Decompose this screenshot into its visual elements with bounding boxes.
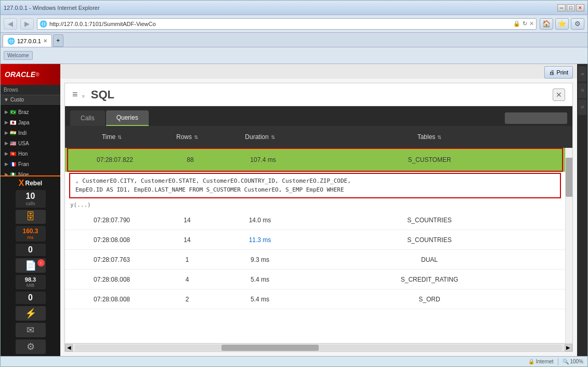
column-duration[interactable]: Duration ⇅ [221,133,299,141]
tab-calls[interactable]: Calls [70,110,105,126]
sql-search-input[interactable] [505,112,567,124]
xrebel-gear-icon-btn[interactable]: ⚙ [16,339,46,354]
expand-icon: ▶ [5,151,8,156]
table-row[interactable]: 07:28:08.008 2 5.4 ms S_ORD [65,289,565,309]
side-btn-d[interactable]: D [578,83,586,98]
cell-duration-2: 11.3 ms [221,236,299,244]
tree-item-brazil[interactable]: ▶ 🇧🇷 Braz [3,107,58,117]
cell-duration-0: 107.4 ms [224,156,302,163]
oracle-logo: ORACLE® [1,64,60,85]
column-tables[interactable]: Tables ⇅ [299,133,560,141]
column-time[interactable]: Time ⇅ [70,133,153,141]
cell-time-4: 07:28:08.008 [70,276,153,283]
refresh-icon[interactable]: ↻ [522,20,527,27]
table-container: 07:28:07.822 88 107.4 ms S_CUSTOMER , Cu… [65,148,572,343]
gear-icon: ⚙ [27,341,35,352]
tree-item-hongkong[interactable]: ▶ 🇭🇰 Hon [3,148,58,159]
xrebel-file-icon-btn[interactable]: 📄 ! [16,258,46,273]
customer-section: ▼ Custo [1,95,60,105]
tree-item-usa[interactable]: ▶ 🇺🇸 USA [3,138,58,148]
sql-close-button[interactable]: ✕ [553,88,565,101]
table-row[interactable]: 07:28:08.008 14 11.3 ms S_COUNTRIES [65,230,565,250]
side-btn-s[interactable]: S [578,66,586,82]
home-button[interactable]: 🏠 [540,18,553,30]
tab-queries[interactable]: Queries [106,110,149,126]
xrebel-text: Rebel [25,180,42,187]
highlighted-row[interactable]: 07:28:07.822 88 107.4 ms S_CUSTOMER [68,149,562,171]
maximize-button[interactable]: □ [567,4,575,11]
xrebel-mail-icon-btn[interactable]: ✉ [16,323,46,337]
sort-arrows-duration: ⇅ [271,134,275,140]
cell-tables-4: S_CREDIT_RATING [299,276,560,283]
right-side-panel: S D G [577,64,587,356]
sql-icon-lines: ≡ [82,94,85,99]
sort-arrows-time: ⇅ [117,134,122,140]
tree-item-india[interactable]: ▶ 🇮🇳 Indi [3,128,58,138]
cell-rows-2: 14 [153,236,221,244]
new-tab-button[interactable]: + [53,34,63,47]
lightning-icon: ⚡ [25,308,36,319]
forward-button[interactable]: ▶ [20,18,34,30]
table-row[interactable]: 07:28:07.790 14 14.0 ms S_COUNTRIES [65,210,565,230]
status-bar: 🔒 Internet 🔍 100% [1,356,587,366]
address-input[interactable]: 🌐 http://127.0.0.1:7101/SummitADF-ViewCo… [37,18,537,30]
browser-toolbar: Welcome [1,47,587,64]
minimize-button[interactable]: ─ [557,4,566,11]
cell-rows-5: 2 [153,296,221,303]
cell-rows-0: 88 [156,156,224,163]
table-row[interactable]: 07:28:07.763 1 9.3 ms DUAL [65,250,565,270]
scroll-right-button[interactable]: ▶ [565,344,572,351]
flag-japan: 🇯🇵 [10,120,16,125]
column-rows[interactable]: Rows ⇅ [153,133,221,141]
cell-time-3: 07:28:07.763 [70,256,153,263]
sort-arrows-tables: ⇅ [437,134,441,140]
xrebel-lightning-icon-btn[interactable]: ⚡ [16,306,46,321]
scrollbar-track[interactable] [75,345,562,351]
horizontal-scrollbar[interactable]: ◀ ▶ [65,343,572,351]
expand-icon: ▶ [5,141,8,146]
sql-header: ≡ ≡ SQL ✕ [65,83,572,106]
flag-usa: 🇺🇸 [10,141,16,146]
cell-tables-3: DUAL [299,256,560,263]
sql-panel: ≡ ≡ SQL ✕ Calls Queries [64,83,573,352]
xrebel-memory-metric: 98.3 MiB [16,275,46,289]
cell-tables-0: S_CUSTOMER [302,156,557,163]
sql-collapsed[interactable]: y(...) [65,199,565,210]
sql-table-header: Time ⇅ Rows ⇅ Duration ⇅ Tables ⇅ [65,126,572,148]
welcome-tab[interactable]: Welcome [4,51,33,60]
window-close-button[interactable]: ✕ [576,4,584,11]
cell-time-2: 07:28:08.008 [70,236,153,244]
tab-close-button[interactable]: ✕ [43,38,47,44]
main-content: 🖨 Print ≡ ≡ SQL ✕ Calls [60,64,577,356]
scroll-left-button[interactable]: ◀ [65,344,73,351]
browser-tab[interactable]: 🌐 127.0.0.1 ✕ [3,34,52,47]
sql-icon: ≡ [72,89,78,100]
horizontal-scrollbar-thumb[interactable] [221,345,319,351]
print-icon: 🖨 [549,69,555,75]
xrebel-panel: X Rebel 10 calls 🗄 160.3 ms 0 [1,175,60,356]
cell-time-5: 07:28:08.008 [70,296,153,303]
vertical-scrollbar[interactable] [565,148,572,343]
tree-item-nigeria[interactable]: ▶ 🇳🇬 Nige [3,169,58,175]
back-button[interactable]: ◀ [4,18,17,30]
tree-item-japan[interactable]: ▶ 🇯🇵 Japa [3,117,58,128]
tab-icon: 🌐 [7,37,15,45]
settings-button[interactable]: ⚙ [571,18,584,30]
xrebel-db-icon-btn[interactable]: 🗄 [16,210,46,224]
browser-content: ORACLE® Brows ▼ Custo ▶ 🇧🇷 Braz ▶ 🇯🇵 Jap [1,64,587,356]
selected-row-box: 07:28:07.822 88 107.4 ms S_CUSTOMER [67,148,563,172]
flag-hongkong: 🇭🇰 [10,151,16,157]
cell-duration-4: 5.4 ms [221,276,299,283]
address-bar: ◀ ▶ 🌐 http://127.0.0.1:7101/SummitADF-Vi… [1,15,587,33]
side-btn-g[interactable]: G [578,99,586,115]
expand-icon: ▶ [5,130,8,135]
tree-item-france[interactable]: ▶ 🇫🇷 Fran [3,159,58,169]
cell-rows-1: 14 [153,217,221,224]
favorites-button[interactable]: ⭐ [555,18,569,30]
sql-tabs: Calls Queries [65,106,572,126]
title-bar: 127.0.0.1 - Windows Internet Explorer ─ … [1,1,587,15]
print-button[interactable]: 🖨 Print [544,66,573,79]
scrollbar-thumb[interactable] [566,158,572,197]
cell-duration-1: 14.0 ms [221,217,299,224]
table-row[interactable]: 07:28:08.008 4 5.4 ms S_CREDIT_RATING [65,270,565,289]
